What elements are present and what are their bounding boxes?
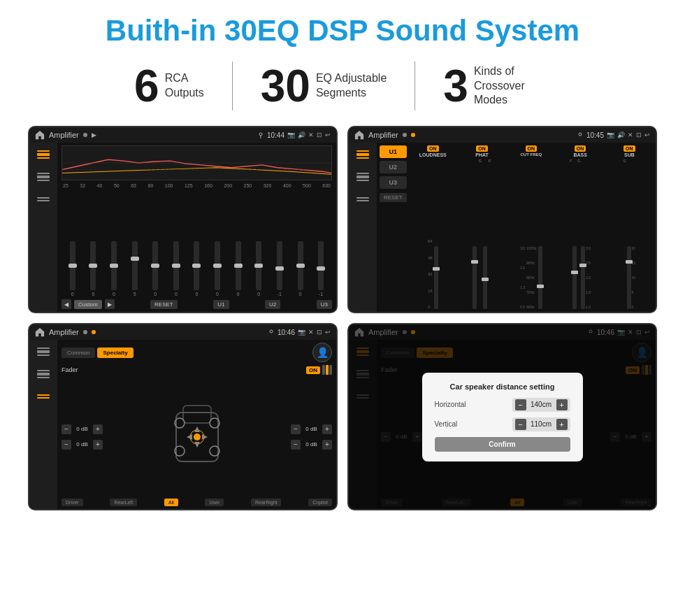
cross-loudness-labels: 64 48 32 16 0 xyxy=(428,239,433,309)
fader-sidebar-speaker[interactable] xyxy=(35,390,52,403)
eq-prev-button[interactable]: ◀ xyxy=(62,299,71,309)
eq-slider-5[interactable]: 0 xyxy=(145,241,165,296)
eq-slider-12[interactable]: 0 xyxy=(291,241,310,296)
cross-sidebar-eq[interactable] xyxy=(354,148,371,161)
cross-phat-slider-g[interactable] xyxy=(473,246,477,309)
cross-home-icon xyxy=(354,130,364,140)
fader-db-val-3: 0 dB xyxy=(303,426,320,432)
cross-back-icon: ↩ xyxy=(644,131,650,138)
cross-sub-slider[interactable] xyxy=(627,246,631,309)
eq-preset-custom[interactable]: Custom xyxy=(74,300,102,309)
cross-bass-slider-g[interactable] xyxy=(581,246,585,309)
cross-sidebar-speaker[interactable] xyxy=(354,193,371,206)
eq-u1-button[interactable]: U1 xyxy=(213,300,229,309)
fader-specialty-tab[interactable]: Specialty xyxy=(97,348,133,358)
eq-slider-11[interactable]: -1 xyxy=(270,241,289,296)
fader-camera-icon: 📷 xyxy=(298,329,305,336)
fader-sidebar-wave[interactable] xyxy=(35,368,52,380)
eq-sidebar-eq[interactable] xyxy=(35,148,52,161)
stat-crossover: 3 Kinds ofCrossover Modes xyxy=(415,64,579,108)
cross-u2-button[interactable]: U2 xyxy=(380,161,407,173)
distance-dialog: Car speaker distance setting Horizontal … xyxy=(422,373,583,461)
screenshots-grid: Amplifier ▶ 10:44 📷 🔊 ✕ ⊡ ↩ xyxy=(21,126,664,510)
cross-sidebar-wave[interactable] xyxy=(354,171,371,183)
cross-u3-button[interactable]: U3 xyxy=(380,176,407,189)
eq-u3-button[interactable]: U3 xyxy=(317,300,332,309)
eq-status-right: 10:44 📷 🔊 ✕ ⊡ ↩ xyxy=(257,131,331,139)
fader-rearright-btn[interactable]: RearRight xyxy=(251,499,282,506)
eq-reset-button[interactable]: RESET xyxy=(150,300,178,309)
cross-main: U1 U2 U3 RESET ON LOUDNESS xyxy=(377,143,656,312)
fader-minus-3[interactable]: − xyxy=(291,424,301,434)
stat-eq: 30 EQ AdjustableSegments xyxy=(233,64,415,108)
profile-icon[interactable]: 👤 xyxy=(312,343,332,362)
dialog-title: Car speaker distance setting xyxy=(435,382,570,391)
fader-db-val-4: 0 dB xyxy=(303,441,320,447)
fader-on-button[interactable]: ON xyxy=(306,366,320,374)
dialog-horizontal-plus[interactable]: + xyxy=(556,399,568,410)
fader-minus-1[interactable]: − xyxy=(62,424,71,434)
cross-loudness-slider[interactable] xyxy=(434,246,438,309)
cross-phat-on[interactable]: ON xyxy=(476,145,488,152)
camera-icon: 📷 xyxy=(287,131,295,138)
dialog-vertical-minus[interactable]: − xyxy=(515,419,526,430)
fader-plus-1[interactable]: + xyxy=(93,424,103,434)
fader-driver-btn[interactable]: Driver xyxy=(62,499,83,506)
fader-minus-4[interactable]: − xyxy=(291,440,301,450)
fader-label: Fader xyxy=(62,366,78,373)
fader-plus-3[interactable]: + xyxy=(322,424,332,434)
cross-phat-slider-f[interactable] xyxy=(483,246,487,309)
dialog-vertical-plus[interactable]: + xyxy=(556,419,568,430)
fader-user-btn[interactable]: User xyxy=(205,499,224,506)
cross-sub-header: ON SUB xyxy=(623,145,635,157)
fader-plus-2[interactable]: + xyxy=(93,440,103,450)
eq-slider-1[interactable]: 0 xyxy=(63,241,82,296)
fader-app-title: Amplifier xyxy=(49,328,79,336)
cross-cutfreq-slider[interactable] xyxy=(538,246,542,309)
fader-minus-2[interactable]: − xyxy=(62,440,71,450)
volume-icon: 🔊 xyxy=(298,131,305,138)
dialog-horizontal-minus[interactable]: − xyxy=(515,399,526,410)
eq-slider-7[interactable]: 0 xyxy=(187,241,207,296)
svg-marker-16 xyxy=(202,434,208,440)
cross-bass-slider-f[interactable] xyxy=(572,246,577,309)
cross-sub-on[interactable]: ON xyxy=(623,145,635,152)
cross-reset-button[interactable]: RESET xyxy=(380,193,407,202)
cross-bass-header: ON BASS xyxy=(573,145,586,157)
eq-slider-8[interactable]: 0 xyxy=(208,241,227,296)
cross-time: 10:45 xyxy=(586,131,604,139)
cross-bass-on[interactable]: ON xyxy=(575,145,586,152)
fader-time: 10:46 xyxy=(277,329,295,336)
dialog-horizontal-row: Horizontal − 140cm + xyxy=(435,398,570,412)
fader-common-tab[interactable]: Common xyxy=(62,348,95,358)
eq-slider-4[interactable]: 5 xyxy=(125,241,145,296)
eq-sidebar-speaker[interactable] xyxy=(35,193,52,206)
cross-cutfreq-on[interactable]: ON xyxy=(526,145,538,152)
eq-slider-2[interactable]: 0 xyxy=(84,241,103,296)
cross-loudness: ON LOUDNESS 64 48 32 16 0 xyxy=(410,145,456,309)
cross-u1-button[interactable]: U1 xyxy=(380,145,407,158)
eq-status-bar: Amplifier ▶ 10:44 📷 🔊 ✕ ⊡ ↩ xyxy=(29,127,336,143)
stats-row: 6 RCAOutputs 30 EQ AdjustableSegments 3 … xyxy=(21,62,664,110)
eq-slider-9[interactable]: 0 xyxy=(229,241,248,296)
eq-slider-6[interactable]: 0 xyxy=(166,241,186,296)
eq-slider-3[interactable]: 0 xyxy=(104,241,124,296)
cross-camera-icon: 📷 xyxy=(607,131,614,138)
stat-eq-number: 30 xyxy=(261,64,310,108)
cross-loudness-on[interactable]: ON xyxy=(427,145,439,152)
dialog-confirm-button[interactable]: Confirm xyxy=(435,437,570,452)
fader-sidebar-eq[interactable] xyxy=(35,345,52,358)
eq-nav: ◀ Custom ▶ xyxy=(62,299,115,309)
fader-rearleft-btn[interactable]: RearLeft xyxy=(110,499,137,506)
dialog-vertical-row: Vertical − 110cm + xyxy=(435,417,570,431)
eq-next-button[interactable]: ▶ xyxy=(105,299,115,309)
eq-slider-10[interactable]: 0 xyxy=(249,241,268,296)
fader-copilot-btn[interactable]: Copilot xyxy=(308,499,332,506)
eq-slider-13[interactable]: -1 xyxy=(311,241,331,296)
fader-plus-4[interactable]: + xyxy=(322,440,332,450)
fader-status-left: Amplifier xyxy=(35,327,96,337)
fader-content: Common Specialty 👤 Fader ON xyxy=(29,340,336,509)
eq-sidebar-wave[interactable] xyxy=(35,171,52,183)
eq-u2-button[interactable]: U2 xyxy=(265,300,280,309)
fader-all-btn[interactable]: All xyxy=(164,499,178,506)
